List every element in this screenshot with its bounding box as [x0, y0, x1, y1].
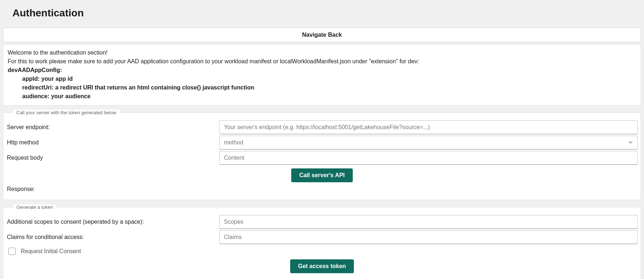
config-appid: appId: your app id: [8, 75, 636, 83]
response-label: Response:: [6, 184, 638, 193]
http-method-label: Http method: [6, 139, 219, 146]
request-initial-consent-checkbox[interactable]: [8, 248, 16, 255]
call-server-api-button[interactable]: Call server's API: [291, 168, 353, 182]
generate-token-section: Generate a token Additional scopes to co…: [3, 204, 641, 279]
chevron-down-icon: [628, 140, 633, 146]
request-initial-consent-label: Request Initial Consent: [21, 248, 81, 255]
config-header: devAADAppConfig:: [8, 66, 636, 75]
server-endpoint-label: Server endpoint:: [6, 124, 219, 131]
http-method-placeholder: method: [224, 139, 243, 146]
server-endpoint-input[interactable]: [219, 120, 638, 134]
claims-label: Claims for conditional access:: [6, 234, 219, 240]
claims-input[interactable]: [219, 230, 638, 244]
request-body-input[interactable]: [219, 151, 638, 165]
request-body-label: Request body: [6, 155, 219, 161]
intro-panel: Welcome to the authentication section! F…: [3, 44, 641, 105]
scopes-input[interactable]: [219, 215, 638, 229]
intro-instructions: For this to work please make sure to add…: [8, 57, 636, 66]
intro-welcome: Welcome to the authentication section!: [8, 48, 636, 57]
call-server-section: Call your server with the token generate…: [3, 110, 641, 200]
page-title: Authentication: [0, 0, 644, 25]
call-server-legend: Call your server with the token generate…: [13, 110, 119, 115]
http-method-select[interactable]: method: [219, 136, 638, 150]
config-audience: audience: your audience: [8, 92, 636, 101]
get-access-token-button[interactable]: Get access token: [290, 259, 354, 273]
navigate-back-button[interactable]: Navigate Back: [3, 28, 641, 42]
scopes-label: Additional scopes to consent (seperated …: [6, 219, 219, 225]
config-redirect-uri: redirectUri: a redirect URI that returns…: [8, 83, 636, 92]
generate-token-legend: Generate a token: [13, 204, 56, 210]
